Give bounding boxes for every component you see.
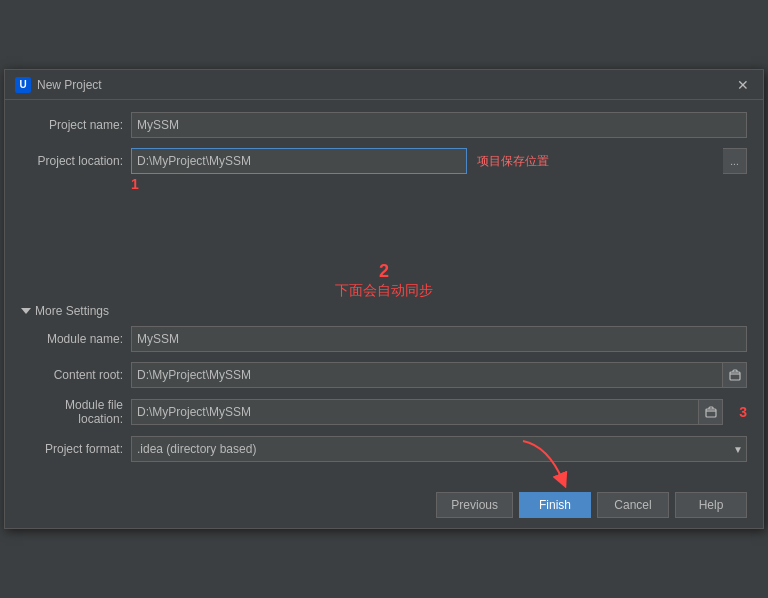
annotation-number-2: 2 <box>335 261 433 282</box>
app-icon: U <box>15 77 31 93</box>
module-name-label: Module name: <box>21 332 131 346</box>
previous-button[interactable]: Previous <box>436 492 513 518</box>
module-file-browse-button[interactable] <box>699 399 723 425</box>
project-location-input-group: 项目保存位置 ... <box>131 148 747 174</box>
content-root-field-wrap <box>131 362 747 388</box>
title-bar-left: U New Project <box>15 77 102 93</box>
module-name-input[interactable] <box>131 326 747 352</box>
module-name-field-wrap <box>131 326 747 352</box>
finish-button[interactable]: Finish <box>519 492 591 518</box>
module-name-row: Module name: <box>21 326 747 352</box>
close-button[interactable]: ✕ <box>733 75 753 95</box>
project-name-field-wrap <box>131 112 747 138</box>
annotation-2-area: 2 下面会自动同步 <box>335 261 433 300</box>
svg-rect-0 <box>730 372 740 380</box>
dialog-footer: Previous Finish Cancel Help <box>5 484 763 528</box>
middle-area: 2 下面会自动同步 <box>21 184 747 304</box>
new-project-dialog: U New Project ✕ Project name: Project lo… <box>4 69 764 529</box>
more-settings-section: More Settings Module name: Content root: <box>21 304 747 472</box>
project-format-select-wrap: .idea (directory based) .ipr (file based… <box>131 436 747 462</box>
svg-rect-1 <box>706 409 716 417</box>
expand-icon <box>21 308 31 314</box>
project-location-input[interactable] <box>131 148 467 174</box>
more-settings-header[interactable]: More Settings <box>21 304 747 318</box>
project-format-select[interactable]: .idea (directory based) .ipr (file based… <box>131 436 747 462</box>
annotation-chinese-2: 下面会自动同步 <box>335 282 433 300</box>
module-file-row: Module file location: 3 <box>21 398 747 426</box>
more-settings-label: More Settings <box>35 304 109 318</box>
help-button[interactable]: Help <box>675 492 747 518</box>
location-annotation-chinese: 项目保存位置 <box>467 153 549 170</box>
annotation-number-3: 3 <box>739 404 747 420</box>
project-format-label: Project format: <box>21 442 131 456</box>
dialog-body: Project name: Project location: 项目保存位置 .… <box>5 100 763 484</box>
project-name-input[interactable] <box>131 112 747 138</box>
module-file-label: Module file location: <box>21 398 131 426</box>
content-root-label: Content root: <box>21 368 131 382</box>
project-location-row: Project location: 项目保存位置 ... 1 <box>21 148 747 174</box>
module-file-input-group <box>131 399 723 425</box>
module-file-input[interactable] <box>131 399 699 425</box>
dialog-title: New Project <box>37 78 102 92</box>
content-root-input[interactable] <box>131 362 723 388</box>
arrow-annotation <box>518 436 578 488</box>
cancel-button[interactable]: Cancel <box>597 492 669 518</box>
project-name-label: Project name: <box>21 118 131 132</box>
content-root-browse-button[interactable] <box>723 362 747 388</box>
module-file-field-wrap <box>131 399 723 425</box>
project-name-row: Project name: <box>21 112 747 138</box>
annotation-arrow <box>518 436 578 488</box>
title-bar: U New Project ✕ <box>5 70 763 100</box>
project-location-label: Project location: <box>21 154 131 168</box>
browse-button[interactable]: ... <box>723 148 747 174</box>
project-format-field-wrap: .idea (directory based) .ipr (file based… <box>131 436 747 462</box>
content-root-input-group <box>131 362 747 388</box>
project-format-row: Project format: .idea (directory based) … <box>21 436 747 462</box>
project-location-field-wrap: 项目保存位置 ... <box>131 148 747 174</box>
content-root-row: Content root: <box>21 362 747 388</box>
